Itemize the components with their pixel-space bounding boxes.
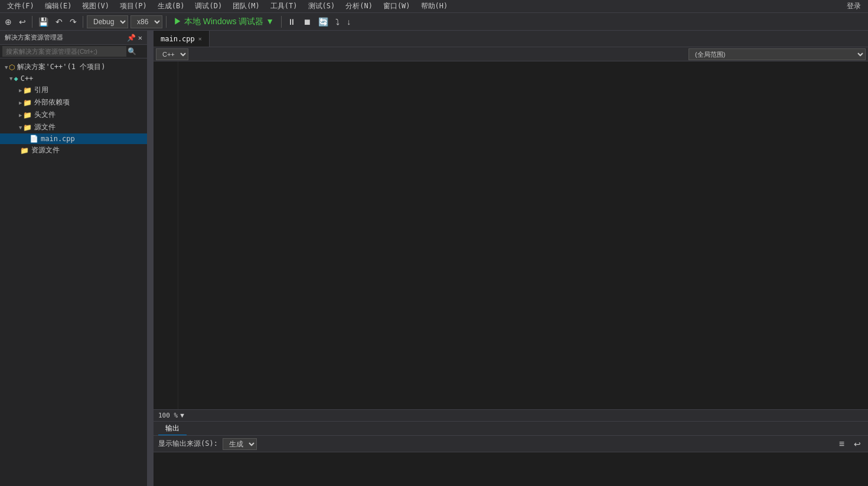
menu-window[interactable]: 窗口(W)	[378, 0, 415, 12]
menu-view[interactable]: 视图(V)	[77, 0, 114, 12]
solution-icon: ⬡	[9, 63, 15, 71]
output-wrap-btn[interactable]: ↩	[851, 438, 863, 450]
tab-close-button[interactable]: ✕	[198, 35, 202, 42]
output-tabs: 输出	[154, 422, 868, 436]
tree-item-external-deps[interactable]: ▶ 📁 外部依赖项	[0, 96, 147, 109]
tree-item-references[interactable]: ▶ 📁 引用	[0, 84, 147, 96]
output-source-dropdown[interactable]: 生成	[223, 438, 257, 450]
scope-dropdown[interactable]: (全局范围)	[688, 48, 866, 60]
tree-item-label: 解决方案'C++'(1 个项目)	[17, 62, 105, 72]
tree-item-label: 源文件	[34, 122, 56, 132]
code-editor	[154, 61, 868, 409]
language-dropdown[interactable]: C++	[156, 48, 188, 60]
menu-edit[interactable]: 编辑(E)	[40, 0, 77, 12]
tree-item-headers[interactable]: ▶ 📁 头文件	[0, 109, 147, 121]
search-icon: 🔍	[128, 47, 136, 56]
tree-item-maincpp[interactable]: 📄 main.cpp	[0, 133, 147, 144]
sidebar-tree: ▼ ⬡ 解决方案'C++'(1 个项目) ▼ ◆ C++ ▶ 📁 引用 ▶ 📁 …	[0, 58, 147, 486]
tab-maincpp[interactable]: main.cpp ✕	[154, 31, 210, 47]
toolbar-undo[interactable]: ↶	[53, 16, 65, 28]
bottom-panel: 输出 显示输出来源(S): 生成 ≡ ↩	[154, 421, 868, 486]
output-source-label: 显示输出来源(S):	[158, 439, 218, 449]
toolbar-stop[interactable]: ⏹	[301, 16, 314, 28]
zoom-level: 100 %	[158, 412, 178, 419]
menu-project[interactable]: 项目(P)	[115, 0, 152, 12]
sidebar-header: 解决方案资源管理器 📌 ✕	[0, 31, 147, 45]
editor-area: main.cpp ✕ C++ (全局范围) 100 % ▼	[154, 31, 868, 486]
toolbar-stepinto[interactable]: ↓	[344, 16, 353, 28]
toolbar-save-all[interactable]: 💾	[36, 16, 51, 28]
tree-item-label: 外部依赖项	[34, 97, 70, 107]
line-numbers	[154, 61, 178, 409]
tree-item-label: 头文件	[34, 110, 56, 120]
menu-help[interactable]: 帮助(H)	[416, 0, 453, 12]
toolbar-restart[interactable]: 🔄	[316, 16, 331, 28]
expand-icon: ▼	[9, 76, 12, 81]
output-content	[154, 452, 868, 486]
tree-item-label: main.cpp	[41, 135, 75, 143]
tree-item-cpp[interactable]: ▼ ◆ C++	[0, 73, 147, 84]
tree-item-sources[interactable]: ▼ 📁 源文件	[0, 121, 147, 133]
sidebar-resize-handle[interactable]	[148, 31, 154, 486]
platform-dropdown[interactable]: x86	[130, 15, 162, 28]
menu-test[interactable]: 测试(S)	[304, 0, 340, 12]
output-clear-btn[interactable]: ≡	[837, 438, 847, 451]
tree-item-label: 资源文件	[31, 145, 60, 155]
output-tab-label[interactable]: 输出	[158, 422, 187, 435]
sidebar: 解决方案资源管理器 📌 ✕ 🔍 ▼ ⬡ 解决方案'C++'(1 个项目) ▼ ◆…	[0, 31, 148, 486]
sidebar-close-icon[interactable]: ✕	[138, 34, 142, 42]
code-toolbar: C++ (全局范围)	[154, 47, 868, 61]
menu-analyze[interactable]: 分析(N)	[341, 0, 377, 12]
tree-item-label: 引用	[34, 85, 48, 95]
sidebar-search-input[interactable]	[2, 46, 126, 57]
main-area: 解决方案资源管理器 📌 ✕ 🔍 ▼ ⬡ 解决方案'C++'(1 个项目) ▼ ◆…	[0, 31, 868, 486]
zoom-dropdown-icon[interactable]: ▼	[180, 412, 184, 419]
menu-build[interactable]: 生成(B)	[153, 0, 190, 12]
file-icon: 📄	[30, 135, 38, 143]
toolbar-back[interactable]: ↩	[17, 16, 28, 28]
expand-icon: ▶	[19, 100, 22, 106]
expand-icon: ▼	[5, 64, 8, 70]
tree-item-solution[interactable]: ▼ ⬡ 解决方案'C++'(1 个项目)	[0, 61, 147, 73]
toolbar-stepover[interactable]: ⤵	[333, 16, 342, 28]
expand-icon: ▶	[19, 87, 22, 93]
menu-file[interactable]: 文件(F)	[2, 0, 39, 12]
expand-icon: ▼	[19, 125, 22, 131]
toolbar-new[interactable]: ⊕	[2, 16, 14, 28]
sidebar-pin-icon[interactable]: 📌	[127, 34, 136, 42]
menu-team[interactable]: 团队(M)	[228, 0, 265, 12]
toolbar-redo[interactable]: ↷	[67, 16, 79, 28]
menubar: 文件(F) 编辑(E) 视图(V) 项目(P) 生成(B) 调试(D) 团队(M…	[0, 0, 868, 13]
tab-bar: main.cpp ✕	[154, 31, 868, 47]
folder-icon: 📁	[23, 86, 32, 94]
output-toolbar: 显示输出来源(S): 生成 ≡ ↩	[154, 436, 868, 452]
folder-icon: 📁	[23, 123, 32, 132]
debug-config-dropdown[interactable]: Debug	[87, 15, 128, 28]
toolbar-pause[interactable]: ⏸	[285, 16, 298, 28]
menu-debug[interactable]: 调试(D)	[190, 0, 227, 12]
login-button[interactable]: 登录	[842, 0, 866, 12]
project-icon: ◆	[14, 74, 18, 83]
code-content[interactable]	[178, 61, 868, 409]
tree-item-resources[interactable]: 📁 资源文件	[0, 144, 147, 156]
menu-tools[interactable]: 工具(T)	[266, 0, 302, 12]
toolbar: ⊕ ↩ 💾 ↶ ↷ Debug x86 ▶ 本地 Windows 调试器 ▼ ⏸…	[0, 13, 868, 31]
folder-icon: 📁	[20, 146, 29, 155]
tab-filename: main.cpp	[161, 35, 195, 43]
expand-icon: ▶	[19, 112, 22, 118]
sidebar-title: 解决方案资源管理器	[5, 33, 63, 42]
folder-icon: 📁	[23, 99, 32, 107]
tree-item-label: C++	[21, 74, 34, 83]
run-debugger-button[interactable]: ▶ 本地 Windows 调试器 ▼	[170, 15, 278, 28]
folder-icon: 📁	[23, 111, 32, 119]
